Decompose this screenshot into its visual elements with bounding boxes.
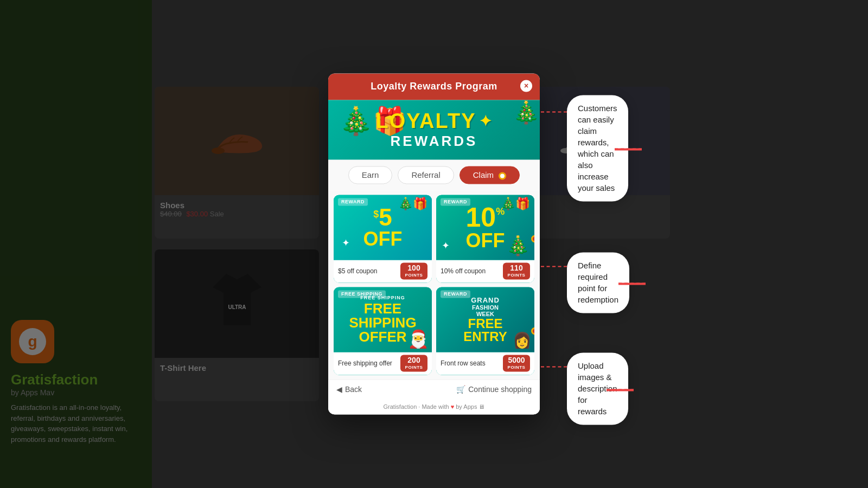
sparkles-10off: ✦ <box>442 240 450 252</box>
reward-name-fashion: Front row seats <box>441 359 486 367</box>
back-arrow-icon: ◀ <box>336 386 342 394</box>
reward-fashion-text: GRAND FASHION WEEK FREEENTRY <box>461 293 509 346</box>
reward-card-shipping[interactable]: FREE SHIPPING FREE SHIPPING FREESHIPPING… <box>334 287 432 375</box>
reward-card-5off[interactable]: REWARD 🎄🎁 $5 OFF ✦ $5 off coupon 100 POI… <box>334 195 432 283</box>
sparkles-5off: ✦ <box>342 237 350 249</box>
points-badge-10off: 110 POINTS <box>503 263 530 280</box>
reward-name-shipping: Free shipping offer <box>338 359 392 367</box>
reward-badge-fashion: REWARD <box>441 291 470 298</box>
modal-footer: ◀ Back 🛒 Continue shopping <box>328 380 540 400</box>
reward-image-fashion: REWARD GRAND FASHION WEEK FREEENTRY 👩 <box>436 287 534 352</box>
reward-name-5off: $5 off coupon <box>338 267 378 275</box>
person-decoration: 👩 <box>513 332 532 350</box>
tree-decoration-10off: 🎄 <box>506 235 530 258</box>
banner-rewards-text: REWARDS <box>375 133 492 150</box>
banner-text: LOYALTY ✦ REWARDS <box>375 110 492 150</box>
modal-wrapper: Loyalty Rewards Program × 🎄🎁 LOYALTY ✦ R… <box>328 73 540 414</box>
ornament-10off: 🎄🎁 <box>501 197 530 211</box>
modal-branding: Gratisfaction · Made with ♥ by Apps 🖥 <box>328 400 540 415</box>
points-badge-5off: 100 POINTS <box>400 263 427 280</box>
reward-image-10off: REWARD 🎄🎁 10 % OFF 🎄 ✦ <box>436 195 534 260</box>
reward-amount-5off: $5 OFF <box>363 206 403 249</box>
reward-card-fashion[interactable]: REWARD GRAND FASHION WEEK FREEENTRY 👩 Fr… <box>436 287 534 375</box>
reward-image-shipping: FREE SHIPPING FREE SHIPPING FREESHIPPING… <box>334 287 432 352</box>
reward-footer-10off: 10% off coupon 110 POINTS <box>436 260 534 283</box>
modal-header: Loyalty Rewards Program × <box>328 73 540 100</box>
reward-badge-shipping: FREE SHIPPING <box>338 291 386 298</box>
branding-suffix: · Made with <box>418 404 450 410</box>
points-badge-shipping: 200 POINTS <box>400 355 427 372</box>
branding-name: Gratisfaction <box>384 404 417 410</box>
pine-icon: 🎄 <box>513 100 540 125</box>
reward-card-10off[interactable]: REWARD 🎄🎁 10 % OFF 🎄 ✦ 10% off coupon <box>436 195 534 283</box>
ornament-5off: 🎄🎁 <box>398 197 427 211</box>
reward-shipping-text: FREE SHIPPING FREESHIPPINGOFFER <box>349 296 416 344</box>
tab-earn[interactable]: Earn <box>348 166 393 184</box>
reward-footer-fashion: Front row seats 5000 POINTS <box>436 352 534 375</box>
reward-badge-5off: REWARD <box>338 198 368 206</box>
rewards-grid: REWARD 🎄🎁 $5 OFF ✦ $5 off coupon 100 POI… <box>328 191 540 380</box>
continue-shopping-button[interactable]: 🛒 Continue shopping <box>456 386 532 394</box>
modal-tabs: Earn Referral Claim <box>328 159 540 190</box>
back-button[interactable]: ◀ Back <box>336 386 362 394</box>
star-icon: ✦ <box>479 112 493 130</box>
modal-title: Loyalty Rewards Program <box>371 81 497 92</box>
tab-claim[interactable]: Claim <box>459 166 520 184</box>
heart-icon: ♥ <box>451 404 455 410</box>
reward-badge-10off: REWARD <box>441 198 470 206</box>
reward-image-5off: REWARD 🎄🎁 $5 OFF ✦ <box>334 195 432 260</box>
close-button[interactable]: × <box>519 79 533 93</box>
reward-amount-10off: 10 % OFF <box>466 204 505 251</box>
tab-dot-icon <box>499 172 506 180</box>
loyalty-modal: Loyalty Rewards Program × 🎄🎁 LOYALTY ✦ R… <box>328 73 540 414</box>
apps-icon: 🖥 <box>478 404 484 410</box>
cart-icon: 🛒 <box>456 386 465 394</box>
banner-loyalty-text: LOYALTY ✦ <box>375 110 492 133</box>
modal-banner: 🎄🎁 LOYALTY ✦ REWARDS 🎄 <box>328 100 540 159</box>
points-badge-fashion: 5000 POINTS <box>503 355 530 372</box>
santa-decoration: 🎅 <box>407 329 429 350</box>
reward-name-10off: 10% off coupon <box>441 267 486 275</box>
tab-referral[interactable]: Referral <box>398 166 454 184</box>
reward-footer-5off: $5 off coupon 100 POINTS <box>334 260 432 283</box>
branding-by: by Apps <box>456 404 478 410</box>
reward-footer-shipping: Free shipping offer 200 POINTS <box>334 352 432 375</box>
